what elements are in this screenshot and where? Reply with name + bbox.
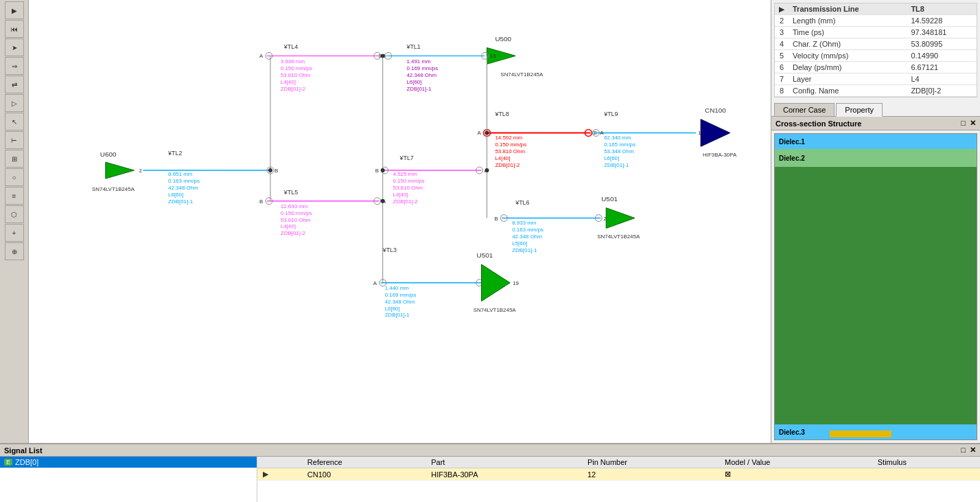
svg-text:8.933 mm: 8.933 mm — [512, 220, 537, 226]
prop-value-header: TL8 — [907, 3, 977, 15]
property-row-7[interactable]: 7 Layer L4 — [775, 73, 977, 85]
signal-table-row-1[interactable]: ▶ CN100 HIF3BA-30PA 12 ⊠ — [257, 468, 980, 481]
signal-item-zdb0[interactable]: E ZDB[0] — [0, 457, 257, 468]
svg-text:1.440 mm: 1.440 mm — [385, 285, 410, 291]
property-row-3[interactable]: 3 Time (ps) 97.348181 — [775, 27, 977, 38]
cursor-button[interactable]: ↖ — [5, 113, 24, 130]
exchange-button[interactable]: ⇄ — [5, 76, 24, 93]
grid-button[interactable]: ⊞ — [5, 150, 24, 168]
prop-index-8: 8 — [775, 85, 789, 97]
arrow-right-button[interactable]: ➤ — [5, 38, 24, 56]
play-button[interactable]: ▶ — [5, 1, 24, 19]
svg-text:B: B — [494, 216, 498, 222]
svg-text:ZDB[01]-2: ZDB[01]-2 — [281, 230, 305, 236]
prop-value-8: ZDB[0]-2 — [907, 85, 977, 97]
svg-text:A: A — [600, 130, 604, 136]
prop-name-8: Config. Name — [789, 85, 907, 97]
svg-text:¥TL6: ¥TL6 — [515, 199, 529, 206]
prop-index-2: 2 — [775, 15, 789, 27]
forward-button[interactable]: ▷ — [5, 94, 24, 112]
schematic-diagram: U500 SN74LVT1B245A ¥TL1 1.491 mm 0.169 m… — [29, 0, 771, 443]
schematic-canvas[interactable]: U500 SN74LVT1B245A ¥TL1 1.491 mm 0.169 m… — [29, 0, 771, 443]
prop-value-6: 6.67121 — [907, 62, 977, 73]
dielec-2-layer: Dielec.2 — [775, 149, 977, 167]
property-row-8[interactable]: 8 Config. Name ZDB[0]-2 — [775, 85, 977, 97]
svg-point-66 — [381, 168, 385, 172]
prop-index-5: 5 — [775, 50, 789, 62]
plus-button[interactable]: + — [5, 224, 24, 242]
layers-button[interactable]: ≡ — [5, 187, 24, 205]
svg-text:53.810 Ohm: 53.810 Ohm — [281, 72, 311, 78]
prop-index-3: 3 — [775, 27, 789, 38]
bottom-controls[interactable]: □ ✕ — [961, 446, 976, 455]
svg-text:53.810 Ohm: 53.810 Ohm — [495, 148, 525, 155]
tab-property[interactable]: Property — [836, 103, 883, 117]
maximize-icon[interactable]: □ — [961, 119, 966, 128]
prop-name-3: Time (ps) — [789, 27, 907, 38]
dielec-3-layer: Dielec.3 — [775, 424, 977, 440]
dielec-3-bar — [830, 431, 891, 437]
tab-corner-case[interactable]: Corner Case — [774, 103, 835, 116]
maximize-bottom-icon[interactable]: □ — [961, 446, 966, 455]
col-stimulus: Stimulus — [872, 457, 980, 468]
prop-name-2: Length (mm) — [789, 15, 907, 27]
col-part: Part — [425, 457, 582, 468]
circle-button[interactable]: ○ — [5, 168, 24, 186]
bottom-panel-header: Signal List □ ✕ — [0, 444, 980, 457]
row-pin-number: 12 — [582, 468, 719, 481]
svg-text:¥TL8: ¥TL8 — [494, 111, 509, 117]
svg-text:ZDB[01]-2: ZDB[01]-2 — [393, 198, 418, 205]
dielec-3-label: Dielec.3 — [779, 429, 805, 436]
prop-index-7: 7 — [775, 73, 789, 85]
svg-text:ZDB[01]-2: ZDB[01]-2 — [281, 86, 305, 92]
svg-text:¥TL4: ¥TL4 — [283, 43, 298, 50]
property-header-row: ▶ Transmission Line TL8 — [775, 3, 977, 15]
svg-text:0.163 mm/ps: 0.163 mm/ps — [512, 227, 544, 233]
svg-text:0.169 mm/ps: 0.169 mm/ps — [406, 65, 438, 71]
svg-text:13: 13 — [489, 53, 495, 59]
close-bottom-icon[interactable]: ✕ — [970, 446, 976, 455]
bottom-content: E ZDB[0] Reference Part Pin Number Model… — [0, 457, 980, 502]
svg-rect-0 — [32, 0, 768, 443]
svg-text:¥TL1: ¥TL1 — [406, 43, 420, 50]
prop-index-header: ▶ — [775, 3, 789, 15]
component-button[interactable]: ⬡ — [5, 205, 24, 223]
svg-text:B: B — [375, 168, 379, 174]
signal-table: Reference Part Pin Number Model / Value … — [257, 457, 980, 481]
svg-text:0.150 mm/ps: 0.150 mm/ps — [281, 210, 312, 216]
left-toolbar: ▶ ⏮ ➤ ⇒ ⇄ ▷ ↖ ⊢ ⊞ ○ ≡ ⬡ + ⊕ — [0, 0, 29, 443]
cross-section-content: Dielec.1 Dielec.2 Dielec.3 — [774, 133, 977, 440]
property-row-5[interactable]: 5 Velocity (mm/ps) 0.14990 — [775, 50, 977, 62]
svg-text:L4[40]: L4[40] — [281, 79, 296, 85]
skip-back-button[interactable]: ⏮ — [5, 20, 24, 38]
dielec-1-label: Dielec.1 — [779, 138, 805, 146]
property-row-6[interactable]: 6 Delay (ps/mm) 6.67121 — [775, 62, 977, 73]
double-arrow-button[interactable]: ⇒ — [5, 57, 24, 75]
svg-text:CN100: CN100 — [705, 106, 726, 114]
svg-text:0.163 mm/ps: 0.163 mm/ps — [168, 178, 200, 184]
prop-name-7: Layer — [789, 73, 907, 85]
svg-text:0.169 mm/ps: 0.169 mm/ps — [385, 292, 417, 298]
svg-text:SN74LVT1B245A: SN74LVT1B245A — [597, 233, 640, 240]
svg-point-65 — [381, 54, 385, 58]
svg-text:ZDB[01]-1: ZDB[01]-1 — [385, 312, 410, 318]
close-icon[interactable]: ✕ — [970, 119, 976, 128]
prop-index-4: 4 — [775, 38, 789, 50]
svg-text:A: A — [478, 130, 482, 136]
svg-text:¥TL5: ¥TL5 — [283, 189, 298, 196]
svg-text:53.348 Ohm: 53.348 Ohm — [604, 148, 634, 155]
prop-value-4: 53.80995 — [907, 38, 977, 50]
prop-index-6: 6 — [775, 62, 789, 73]
measure-button[interactable]: ⊢ — [5, 131, 24, 149]
svg-text:U501: U501 — [477, 251, 493, 259]
row-part: HIF3BA-30PA — [425, 468, 582, 481]
svg-text:1.491 mm: 1.491 mm — [406, 58, 431, 65]
cross-section-controls[interactable]: □ ✕ — [961, 119, 976, 128]
svg-text:L6[60]: L6[60] — [604, 155, 619, 161]
signal-list-title: Signal List — [4, 446, 43, 455]
connect-button[interactable]: ⊕ — [5, 242, 24, 260]
svg-text:L5[60]: L5[60] — [512, 240, 527, 247]
property-row-4[interactable]: 4 Char. Z (Ohm) 53.80995 — [775, 38, 977, 50]
property-row-2[interactable]: 2 Length (mm) 14.59228 — [775, 15, 977, 27]
prop-name-header: Transmission Line — [789, 3, 907, 15]
